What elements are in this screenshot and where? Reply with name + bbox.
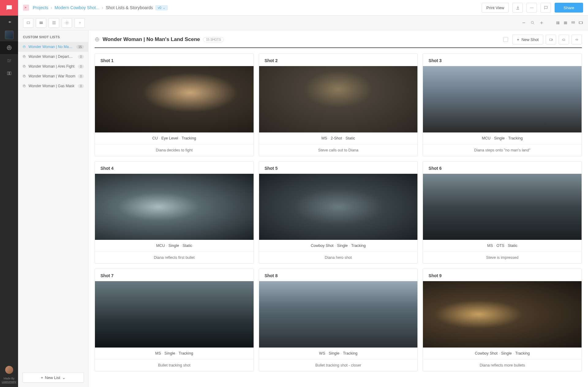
svg-rect-23 bbox=[572, 23, 573, 24]
shot-title: Shot 3 bbox=[423, 54, 582, 66]
question-icon: ? bbox=[77, 20, 82, 25]
shot-thumbnail bbox=[95, 66, 254, 132]
gear-icon bbox=[65, 20, 69, 25]
view-list-icon[interactable] bbox=[556, 20, 560, 25]
camera-button[interactable] bbox=[546, 35, 556, 44]
more-button[interactable] bbox=[526, 3, 537, 13]
svg-rect-12 bbox=[54, 21, 55, 24]
credit-link[interactable]: Leanometry bbox=[2, 380, 17, 383]
add-camera-button[interactable] bbox=[559, 35, 569, 44]
shot-card[interactable]: Shot 3MCU·Single·TrackingDiana steps ont… bbox=[423, 54, 582, 156]
shot-description: Diana hero shot bbox=[259, 252, 418, 263]
book-icon bbox=[6, 71, 12, 76]
shot-thumbnail bbox=[423, 66, 582, 132]
shot-card[interactable]: Shot 9Cowboy Shot·Single·TrackingDiana r… bbox=[423, 269, 582, 371]
shot-meta: MS·OTS·Static bbox=[423, 240, 582, 252]
shot-thumbnail bbox=[259, 174, 418, 240]
aperture-icon bbox=[95, 37, 100, 42]
sidebar-item[interactable]: Wonder Woman | Department Store0 bbox=[18, 52, 88, 61]
link-button[interactable] bbox=[571, 35, 582, 44]
share-button[interactable]: Share bbox=[555, 3, 583, 13]
svg-rect-5 bbox=[40, 22, 40, 23]
aperture-icon bbox=[22, 84, 26, 88]
sidebar-item[interactable]: Wonder Woman | No Man's Land ...15 bbox=[18, 42, 88, 52]
version-badge[interactable]: v0 ⌄ bbox=[155, 5, 168, 10]
user-avatar[interactable] bbox=[5, 366, 13, 374]
shot-card[interactable]: Shot 8WS·Single·TrackingBullet tracking … bbox=[259, 269, 418, 371]
zoom-controls bbox=[522, 20, 583, 25]
minus-icon[interactable] bbox=[522, 20, 526, 25]
rail-credit: Made By Leanometry bbox=[2, 377, 17, 384]
download-icon bbox=[515, 6, 520, 10]
tool-columns[interactable] bbox=[49, 18, 59, 28]
shot-title: Shot 8 bbox=[259, 269, 418, 281]
content: Wonder Woman | No Man's Land Scene 15 SH… bbox=[89, 30, 588, 387]
sidebar-item[interactable]: Wonder Woman | Gas Mask0 bbox=[18, 81, 88, 91]
new-shot-button[interactable]: + New Shot bbox=[512, 35, 543, 44]
shot-card[interactable]: Shot 7MS·Single·TrackingBullet tracking … bbox=[95, 269, 254, 371]
tool-settings[interactable] bbox=[62, 18, 72, 28]
app-logo[interactable] bbox=[0, 0, 18, 16]
sidebar-item[interactable]: Wonder Woman | Ares Fight0 bbox=[18, 61, 88, 71]
shot-title: Shot 5 bbox=[259, 162, 418, 174]
project-flag[interactable] bbox=[23, 5, 29, 11]
more-icon bbox=[530, 6, 534, 10]
count-badge: 0 bbox=[78, 65, 84, 69]
svg-rect-26 bbox=[579, 22, 582, 24]
svg-point-3 bbox=[533, 7, 533, 8]
svg-point-2 bbox=[531, 7, 532, 8]
shot-title: Shot 6 bbox=[423, 162, 582, 174]
count-badge: 0 bbox=[78, 74, 84, 78]
svg-text:?: ? bbox=[79, 21, 80, 24]
shot-card[interactable]: Shot 6MS·OTS·StaticSteve is impressed bbox=[423, 161, 582, 264]
new-list-button[interactable]: + New List ⌄ bbox=[22, 372, 84, 383]
link-icon bbox=[575, 37, 579, 42]
tool-grid[interactable] bbox=[36, 18, 46, 28]
breadcrumb-projects[interactable]: Projects bbox=[33, 5, 48, 10]
rail-sliders[interactable] bbox=[0, 54, 18, 67]
plus-icon[interactable] bbox=[539, 20, 544, 25]
chat-icon bbox=[5, 4, 13, 12]
left-rail: Made By Leanometry bbox=[0, 0, 18, 387]
shot-card[interactable]: Shot 2MS·2-Shot·StaticSteve calls out to… bbox=[259, 54, 418, 156]
search-icon[interactable] bbox=[530, 20, 535, 25]
view-grid-icon[interactable] bbox=[571, 20, 575, 25]
camera-icon bbox=[549, 37, 553, 42]
svg-rect-6 bbox=[41, 22, 42, 23]
app-root: Made By Leanometry Projects › Modern Cow… bbox=[0, 0, 588, 387]
breadcrumb-project[interactable]: Modern Cowboy Shot... bbox=[55, 5, 99, 10]
shot-title: Shot 2 bbox=[259, 54, 418, 66]
comment-button[interactable] bbox=[541, 3, 551, 13]
breadcrumb: Projects › Modern Cowboy Shot... › Shot … bbox=[33, 5, 168, 10]
count-badge: 15 bbox=[76, 45, 84, 49]
shot-card[interactable]: Shot 5Cowboy Shot·Single·TrackingDiana h… bbox=[259, 161, 418, 264]
tool-help[interactable]: ? bbox=[74, 18, 85, 28]
add-camera-icon bbox=[562, 37, 566, 42]
shot-card[interactable]: Shot 4MCU·Single·StaticDiana reflects fi… bbox=[95, 161, 254, 264]
svg-rect-11 bbox=[53, 21, 54, 24]
arrow-left-icon bbox=[6, 19, 12, 25]
aperture-icon bbox=[22, 55, 26, 58]
download-button[interactable] bbox=[512, 3, 523, 13]
view-present-icon[interactable] bbox=[579, 20, 583, 25]
sidebar-item[interactable]: Wonder Woman | War Room0 bbox=[18, 71, 88, 81]
rail-project-thumb[interactable] bbox=[0, 28, 18, 41]
rail-back[interactable] bbox=[0, 16, 18, 28]
sidebar-heading: CUSTOM SHOT LISTS bbox=[18, 30, 88, 42]
shot-description: Bullet tracking shot - closer bbox=[259, 359, 418, 371]
shot-meta: MCU·Single·Static bbox=[95, 240, 254, 252]
rail-aperture[interactable] bbox=[0, 41, 18, 54]
shot-title: Shot 7 bbox=[95, 269, 254, 281]
tool-frame[interactable] bbox=[23, 18, 33, 28]
select-all-checkbox[interactable] bbox=[503, 37, 508, 42]
shot-description: Diana steps onto "no man's land" bbox=[423, 144, 582, 156]
chevron-right-icon: › bbox=[51, 5, 52, 10]
print-view-button[interactable]: Print View bbox=[482, 3, 509, 13]
svg-rect-7 bbox=[42, 22, 43, 23]
shot-card[interactable]: Shot 1CU·Eye Level·TrackingDiana decides… bbox=[95, 54, 254, 156]
rail-book[interactable] bbox=[0, 67, 18, 80]
shot-thumbnail bbox=[95, 281, 254, 348]
svg-rect-24 bbox=[573, 23, 574, 24]
count-badge: 0 bbox=[78, 84, 84, 88]
view-rows-icon[interactable] bbox=[563, 20, 568, 25]
